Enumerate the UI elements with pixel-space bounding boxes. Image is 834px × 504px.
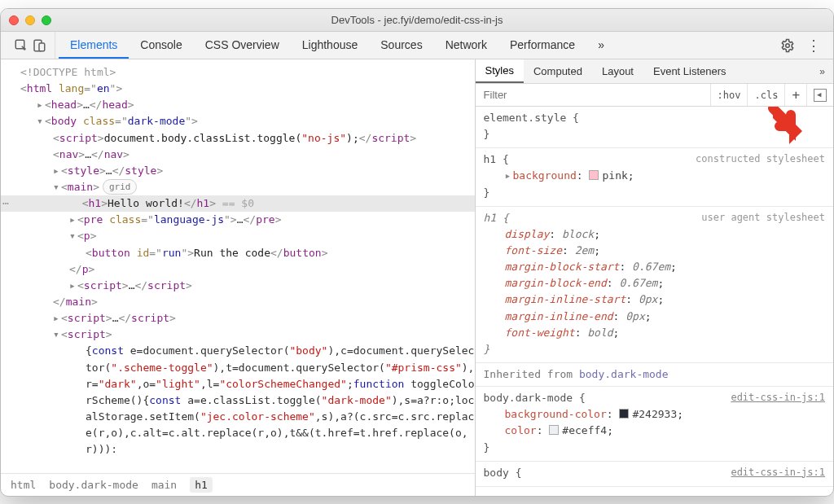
dom-script2[interactable]: ▸<script>…</script> <box>1 278 475 294</box>
rule-element-style[interactable]: element.style { } <box>476 107 833 148</box>
inherit-divider: Inherited from body.dark-mode <box>476 363 833 387</box>
toggle-sidebar-icon[interactable] <box>806 84 833 106</box>
dom-nav[interactable]: <nav>…</nav> <box>1 147 475 163</box>
tab-console[interactable]: Console <box>129 32 193 59</box>
dom-p-close[interactable]: </p> <box>1 261 475 278</box>
dom-style[interactable]: ▸<style>…</style> <box>1 163 475 179</box>
inspect-icon[interactable] <box>14 38 29 53</box>
tab-elements[interactable]: Elements <box>59 32 129 59</box>
rule-source-link[interactable]: edit-css-in-js:1 <box>731 465 825 480</box>
svg-rect-2 <box>39 43 45 51</box>
svg-point-3 <box>786 43 790 47</box>
annotation-arrow-icon <box>766 107 805 147</box>
hov-toggle[interactable]: :hov <box>710 84 748 106</box>
device-toggle-icon[interactable] <box>32 38 46 53</box>
tab-sources[interactable]: Sources <box>369 32 433 59</box>
styles-subtabs: Styles Computed Layout Event Listeners » <box>476 59 833 84</box>
styles-panel: Styles Computed Layout Event Listeners »… <box>476 59 833 496</box>
tab-css-overview[interactable]: CSS Overview <box>194 32 291 59</box>
dom-body-open[interactable]: ▾<body class="dark-mode"> <box>1 113 475 129</box>
rule-source: constructed stylesheet <box>696 151 825 167</box>
dom-h1-selected[interactable]: <h1>Hello world!</h1> == $0 <box>1 195 475 212</box>
dom-script4-body[interactable]: {const e=document.querySelector("body"),… <box>1 343 475 458</box>
settings-icon[interactable] <box>780 38 795 53</box>
style-rules: element.style { } constructed stylesheet… <box>476 107 833 496</box>
cls-toggle[interactable]: .cls <box>747 84 784 106</box>
subtab-event-listeners[interactable]: Event Listeners <box>643 59 736 83</box>
tab-performance[interactable]: Performance <box>498 32 586 59</box>
titlebar: DevTools - jec.fyi/demo/edit-css-in-js <box>1 9 833 32</box>
dom-main-close[interactable]: </main> <box>1 294 475 310</box>
dom-script4-open[interactable]: ▾<script> <box>1 327 475 343</box>
crumb-h1[interactable]: h1 <box>190 477 213 493</box>
dom-tree[interactable]: <!DOCTYPE html> <html lang="en"> ▸<head>… <box>1 59 475 473</box>
dom-html-open[interactable]: <html lang="en"> <box>1 81 475 97</box>
rule-body-darkmode[interactable]: edit-css-in-js:1 body.dark-mode { backgr… <box>476 387 833 462</box>
crumb-html[interactable]: html <box>11 479 36 491</box>
crumb-body[interactable]: body.dark-mode <box>49 479 138 491</box>
styles-filterbar: :hov .cls + <box>476 84 833 107</box>
main-tabs: Elements Console CSS Overview Lighthouse… <box>55 32 616 59</box>
dom-main-open[interactable]: ▾<main>grid <box>1 179 475 195</box>
dom-script-nojs[interactable]: <script>document.body.classList.toggle("… <box>1 130 475 147</box>
subtab-styles[interactable]: Styles <box>476 59 524 83</box>
subtab-overflow[interactable]: » <box>811 66 833 77</box>
main-tabstrip: Elements Console CSS Overview Lighthouse… <box>1 32 833 59</box>
inherit-link[interactable]: body.dark-mode <box>579 368 669 380</box>
grid-badge[interactable]: grid <box>103 179 138 195</box>
dom-head[interactable]: ▸<head>…</head> <box>1 97 475 113</box>
tabs-overflow[interactable]: » <box>586 32 616 59</box>
devtools-window: DevTools - jec.fyi/demo/edit-css-in-js E… <box>0 8 834 497</box>
rule-h1-ua[interactable]: user agent stylesheet h1 { display: bloc… <box>476 207 833 363</box>
crumb-main[interactable]: main <box>151 479 177 491</box>
dom-pre[interactable]: ▸<pre class="language-js">…</pre> <box>1 212 475 228</box>
dom-p-open[interactable]: ▾<p> <box>1 228 475 244</box>
tab-network[interactable]: Network <box>434 32 498 59</box>
rule-source-link[interactable]: edit-css-in-js:1 <box>731 390 825 405</box>
window-title: DevTools - jec.fyi/demo/edit-css-in-js <box>1 14 833 26</box>
new-style-rule-button[interactable]: + <box>784 84 806 106</box>
color-swatch[interactable] <box>589 170 599 180</box>
dom-button[interactable]: <button id="run">Run the code</button> <box>1 245 475 261</box>
kebab-menu-icon[interactable]: ⋮ <box>806 37 822 55</box>
rule-source: user agent stylesheet <box>701 210 825 226</box>
rule-body[interactable]: edit-css-in-js:1 body { <box>476 462 833 487</box>
filter-input[interactable] <box>476 84 710 106</box>
subtab-computed[interactable]: Computed <box>524 59 592 83</box>
tab-lighthouse[interactable]: Lighthouse <box>291 32 370 59</box>
rule-h1-constructed[interactable]: constructed stylesheet h1 { ▸background:… <box>476 148 833 206</box>
dom-doctype: <!DOCTYPE html> <box>20 66 116 78</box>
subtab-layout[interactable]: Layout <box>592 59 643 83</box>
elements-panel: <!DOCTYPE html> <html lang="en"> ▸<head>… <box>1 59 476 496</box>
dom-script3[interactable]: ▸<script>…</script> <box>1 310 475 327</box>
breadcrumb: html body.dark-mode main h1 <box>1 473 475 496</box>
